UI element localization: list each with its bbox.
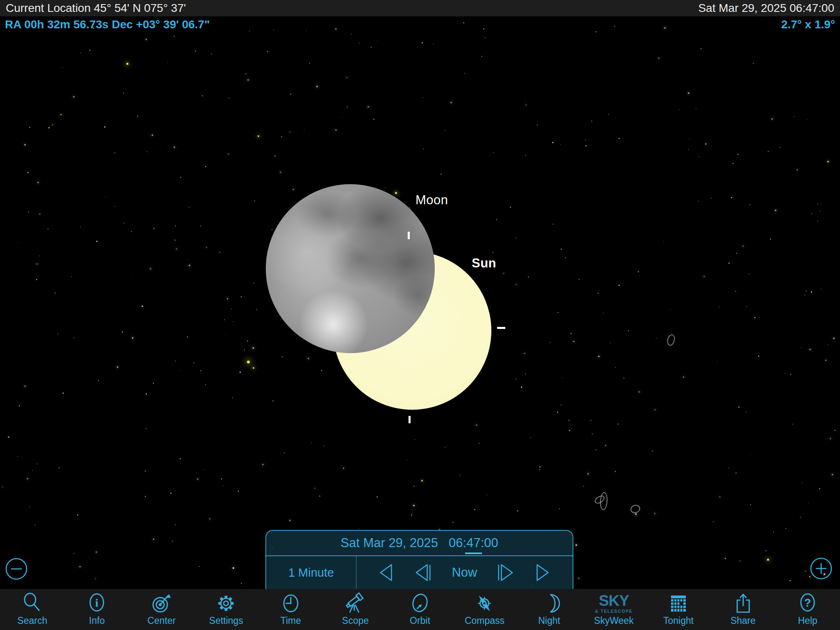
- toolbar-info[interactable]: i Info: [65, 589, 130, 630]
- play-backward-button[interactable]: [377, 562, 396, 583]
- toolbar-help[interactable]: ? Help: [775, 589, 840, 630]
- compass-icon: [473, 591, 495, 615]
- moon-marker-tick: [408, 232, 410, 239]
- time-step-selector[interactable]: 1 Minute: [266, 556, 356, 589]
- clock-icon: [280, 591, 302, 615]
- share-icon: [732, 591, 754, 615]
- moon-disc[interactable]: [266, 184, 435, 353]
- telescope-icon: [344, 591, 366, 615]
- now-button[interactable]: Now: [452, 565, 477, 580]
- toolbar-share[interactable]: Share: [711, 589, 776, 630]
- main-toolbar: Search i Info Center: [0, 589, 840, 630]
- sun-east-tick: [497, 327, 505, 329]
- fov-text: 2.7° x 1.9°: [781, 18, 835, 31]
- step-backward-button[interactable]: [414, 562, 433, 583]
- toolbar-time[interactable]: Time: [258, 589, 323, 630]
- toolbar-search[interactable]: Search: [0, 589, 65, 630]
- status-bar: Current Location 45° 54' N 075° 37' Sat …: [0, 0, 840, 16]
- zoom-in-button[interactable]: [810, 557, 833, 580]
- play-forward-button[interactable]: [533, 562, 552, 583]
- help-icon: ?: [797, 591, 819, 615]
- toolbar-skyweek[interactable]: SKY & TELESCOPE SkyWeek: [582, 589, 646, 630]
- datetime-text: Sat Mar 29, 2025 06:47:00: [698, 2, 834, 15]
- toolbar-settings[interactable]: Settings: [194, 589, 259, 630]
- svg-text:?: ?: [804, 597, 811, 609]
- toolbar-orbit[interactable]: Orbit: [388, 589, 452, 630]
- toolbar-tonight[interactable]: Tonight: [646, 589, 711, 630]
- sun-south-tick: [409, 416, 411, 423]
- info-icon: i: [86, 591, 108, 615]
- orbit-icon: [409, 591, 431, 615]
- galaxy-symbol[interactable]: [629, 504, 641, 514]
- crescent-moon-icon: [538, 591, 560, 615]
- calendar-icon: [667, 591, 689, 615]
- sun-label: Sun: [472, 256, 496, 271]
- panel-date[interactable]: Sat Mar 29, 2025: [340, 536, 438, 550]
- zoom-out-button[interactable]: [5, 557, 28, 580]
- gear-icon: [215, 591, 237, 615]
- location-text: Current Location 45° 54' N 075° 37': [6, 2, 186, 15]
- ra-dec-text: RA 00h 32m 56.73s Dec +03° 39' 06.7": [5, 18, 210, 31]
- galaxy-symbol[interactable]: [666, 333, 676, 347]
- galaxy-symbol[interactable]: [599, 492, 608, 510]
- panel-time[interactable]: 06:47:00: [449, 536, 498, 550]
- coords-bar: RA 00h 32m 56.73s Dec +03° 39' 06.7" 2.7…: [0, 17, 840, 32]
- svg-text:i: i: [95, 596, 98, 609]
- toolbar-center[interactable]: Center: [129, 589, 194, 630]
- search-icon: [21, 591, 43, 615]
- center-target-icon: [151, 591, 173, 615]
- toolbar-scope[interactable]: Scope: [323, 589, 388, 630]
- moon-label: Moon: [415, 193, 448, 208]
- toolbar-night[interactable]: Night: [517, 589, 582, 630]
- step-forward-button[interactable]: [495, 562, 514, 583]
- selected-minutes-field[interactable]: 47: [466, 536, 480, 550]
- sky-telescope-logo: SKY & TELESCOPE: [595, 591, 633, 615]
- toolbar-compass[interactable]: Compass: [452, 589, 517, 630]
- time-flow-panel: Sat Mar 29, 2025 06:47:00 1 Minute Now: [265, 530, 573, 589]
